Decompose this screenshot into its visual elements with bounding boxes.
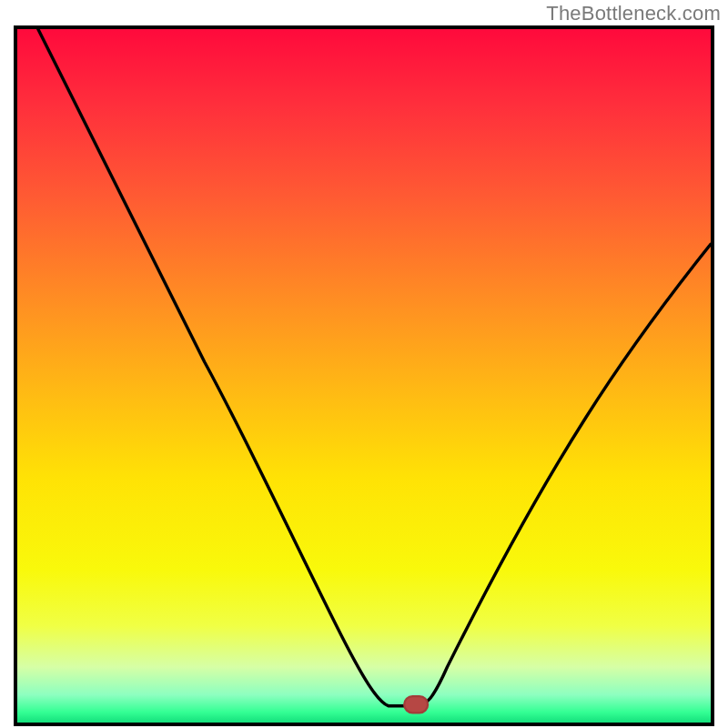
optimal-point-marker bbox=[404, 696, 428, 713]
chart-svg bbox=[17, 29, 711, 723]
chart-plot-area bbox=[14, 25, 714, 726]
watermark-text: TheBottleneck.com bbox=[546, 2, 721, 25]
bottleneck-curve bbox=[31, 29, 711, 706]
